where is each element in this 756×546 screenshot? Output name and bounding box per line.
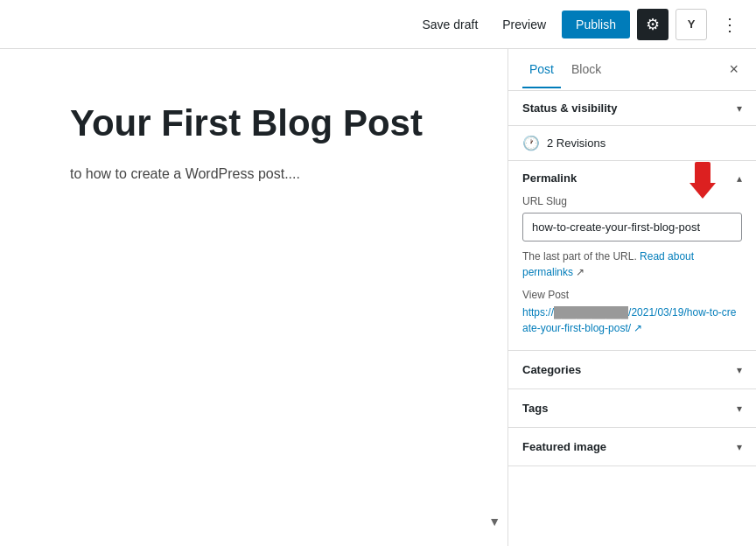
url-slug-input[interactable] (522, 213, 742, 242)
chevron-down-icon: ▾ (737, 364, 742, 376)
chevron-down-icon: ▾ (737, 402, 742, 415)
permalink-section: Permalink ▴ URL Slug The last part of th… (508, 161, 756, 351)
sidebar-header: Post Block × (508, 49, 756, 91)
main-layout: Your First Blog Post to how to create a … (0, 49, 756, 546)
categories-section[interactable]: Categories ▾ (508, 351, 756, 389)
view-post-link[interactable]: https://██████████/2021/03/19/how-to-cre… (522, 304, 742, 336)
status-visibility-section: Status & visibility ▾ (508, 91, 756, 126)
chevron-down-icon: ▾ (737, 102, 742, 115)
url-slug-help: The last part of the URL. Read about per… (522, 248, 742, 280)
toolbar: Save draft Preview Publish ⚙ Y ⋮ (0, 0, 756, 49)
permalink-title: Permalink (522, 172, 577, 185)
editor-area: Your First Blog Post to how to create a … (0, 49, 508, 546)
more-options-button[interactable]: ⋮ (714, 10, 746, 38)
scroll-down-arrow: ▼ (488, 514, 500, 528)
revisions-count: 2 Revisions (547, 136, 606, 150)
permalink-header[interactable]: Permalink ▴ (508, 161, 756, 195)
more-icon: ⋮ (721, 15, 738, 34)
post-title[interactable]: Your First Blog Post (70, 102, 438, 145)
external-link-icon: ↗ (576, 266, 584, 278)
yoast-icon: Y (688, 18, 696, 31)
clock-icon: 🕐 (522, 135, 540, 151)
tags-section[interactable]: Tags ▾ (508, 389, 756, 428)
view-post-label: View Post (522, 289, 742, 301)
featured-image-section[interactable]: Featured image ▾ (508, 428, 756, 466)
sidebar: Post Block × Status & visibility ▾ 🕐 2 R… (508, 49, 756, 546)
featured-image-title: Featured image (522, 440, 606, 453)
publish-button[interactable]: Publish (562, 10, 630, 38)
status-visibility-title: Status & visibility (522, 102, 617, 115)
view-post-url-text: https://██████████/2021/03/19/how-to-cre… (522, 306, 736, 334)
save-draft-button[interactable]: Save draft (413, 12, 486, 37)
chevron-down-icon: ▾ (737, 441, 742, 453)
tab-block[interactable]: Block (564, 52, 608, 88)
permalink-body: URL Slug The last part of the URL. Read … (508, 195, 756, 350)
tags-title: Tags (522, 402, 548, 415)
tab-post[interactable]: Post (522, 52, 561, 88)
status-visibility-header[interactable]: Status & visibility ▾ (508, 91, 756, 125)
gear-icon: ⚙ (646, 15, 660, 34)
revisions-row[interactable]: 🕐 2 Revisions (508, 126, 756, 161)
preview-button[interactable]: Preview (494, 12, 555, 37)
settings-button[interactable]: ⚙ (637, 9, 668, 40)
chevron-up-icon: ▴ (737, 172, 742, 185)
post-content[interactable]: to how to create a WordPress post.... (70, 163, 438, 186)
url-slug-label: URL Slug (522, 195, 742, 207)
close-sidebar-button[interactable]: × (725, 57, 742, 82)
categories-title: Categories (522, 363, 581, 376)
yoast-button[interactable]: Y (676, 9, 707, 40)
